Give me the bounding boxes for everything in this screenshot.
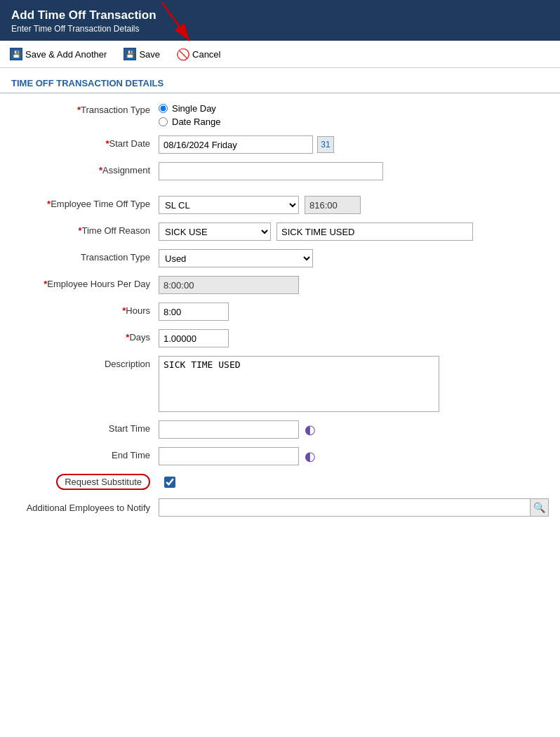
assignment-control bbox=[159, 162, 549, 180]
additional-employees-label: Additional Employees to Notify bbox=[11, 503, 159, 513]
page-title: Add Time Off Transaction bbox=[11, 8, 549, 22]
transaction-type-row: *Transaction Type Single Day Date Range bbox=[11, 102, 549, 127]
request-substitute-checkbox[interactable] bbox=[164, 477, 175, 488]
transaction-type-field-label: Transaction Type bbox=[11, 249, 159, 263]
hours-label: *Hours bbox=[11, 303, 159, 316]
save-add-another-button[interactable]: 💾 Save & Add Another bbox=[7, 46, 109, 62]
transaction-type-label: *Transaction Type bbox=[11, 102, 159, 115]
description-label: Description bbox=[11, 356, 159, 369]
calendar-icon[interactable]: 31 bbox=[317, 136, 334, 153]
request-substitute-label-wrap: Request Substitute bbox=[11, 474, 159, 490]
time-off-reason-label: *Time Off Reason bbox=[11, 223, 159, 236]
assignment-row: *Assignment bbox=[11, 162, 549, 180]
date-range-option[interactable]: Date Range bbox=[159, 117, 549, 127]
start-time-row: Start Time ◐ bbox=[11, 420, 549, 439]
save-add-icon: 💾 bbox=[10, 48, 22, 60]
additional-employees-control: 🔍 bbox=[159, 498, 549, 517]
section-title: TIME OFF TRANSACTION DETAILS bbox=[0, 68, 560, 93]
header: Add Time Off Transaction Enter Time Off … bbox=[0, 0, 560, 41]
sick-time-used-input[interactable]: SICK TIME USED bbox=[276, 223, 473, 241]
single-day-radio[interactable] bbox=[159, 104, 168, 113]
hours-control: 8:00 bbox=[159, 303, 549, 321]
end-time-control: ◐ bbox=[159, 447, 549, 465]
emp-hours-readonly: 8:00:00 bbox=[159, 276, 299, 294]
days-label: *Days bbox=[11, 329, 159, 343]
single-day-option[interactable]: Single Day bbox=[159, 103, 549, 114]
toolbar: 💾 Save & Add Another 💾 Save 🚫 Cancel bbox=[0, 41, 560, 68]
assignment-label: *Assignment bbox=[11, 162, 159, 175]
emp-hours-label: *Employee Hours Per Day bbox=[11, 276, 159, 289]
description-row: Description SICK TIME USED bbox=[11, 356, 549, 412]
time-off-reason-wrap: SICK USE SICK TIME USED bbox=[159, 223, 549, 241]
cancel-icon: 🚫 bbox=[177, 48, 189, 60]
start-time-wrap: ◐ bbox=[159, 420, 549, 439]
end-time-label: End Time bbox=[11, 447, 159, 460]
start-date-input[interactable]: 08/16/2024 Friday bbox=[159, 135, 313, 154]
transaction-type-control: Single Day Date Range bbox=[159, 102, 549, 127]
save-icon: 💾 bbox=[124, 48, 136, 60]
form-area: *Transaction Type Single Day Date Range … bbox=[0, 102, 560, 539]
hours-input[interactable]: 8:00 bbox=[159, 303, 229, 321]
employee-time-off-type-row: *Employee Time Off Type SL CL 816:00 bbox=[11, 196, 549, 214]
start-time-clock-icon[interactable]: ◐ bbox=[305, 422, 316, 437]
start-time-label: Start Time bbox=[11, 420, 159, 434]
additional-employees-row: Additional Employees to Notify 🔍 bbox=[11, 498, 549, 517]
start-date-control: 08/16/2024 Friday 31 bbox=[159, 135, 549, 154]
description-textarea[interactable]: SICK TIME USED bbox=[159, 356, 439, 412]
emp-hours-control: 8:00:00 bbox=[159, 276, 549, 294]
employee-time-off-type-select[interactable]: SL CL bbox=[159, 196, 299, 214]
request-substitute-row: Request Substitute bbox=[11, 474, 549, 490]
transaction-type-field-row: Transaction Type Used bbox=[11, 249, 549, 267]
time-off-reason-control: SICK USE SICK TIME USED bbox=[159, 223, 549, 241]
save-button[interactable]: 💾 Save bbox=[121, 46, 163, 62]
assignment-input[interactable] bbox=[159, 162, 383, 180]
start-date-label: *Start Date bbox=[11, 135, 159, 149]
start-date-row: *Start Date 08/16/2024 Friday 31 bbox=[11, 135, 549, 154]
transaction-type-field-select[interactable]: Used bbox=[159, 249, 313, 267]
transaction-type-field-control: Used bbox=[159, 249, 549, 267]
date-range-radio[interactable] bbox=[159, 117, 168, 126]
transaction-type-radio-group: Single Day Date Range bbox=[159, 102, 549, 127]
employee-time-off-type-label: *Employee Time Off Type bbox=[11, 196, 159, 209]
request-substitute-label: Request Substitute bbox=[56, 474, 150, 490]
end-time-input[interactable] bbox=[159, 447, 299, 465]
time-off-type-wrap: SL CL 816:00 bbox=[159, 196, 549, 214]
days-row: *Days 1.00000 bbox=[11, 329, 549, 347]
cancel-button[interactable]: 🚫 Cancel bbox=[174, 46, 223, 62]
end-time-wrap: ◐ bbox=[159, 447, 549, 465]
time-off-reason-row: *Time Off Reason SICK USE SICK TIME USED bbox=[11, 223, 549, 241]
date-input-wrap: 08/16/2024 Friday 31 bbox=[159, 135, 549, 154]
start-time-input[interactable] bbox=[159, 420, 299, 439]
start-time-control: ◐ bbox=[159, 420, 549, 439]
description-control: SICK TIME USED bbox=[159, 356, 549, 412]
balance-display: 816:00 bbox=[305, 196, 361, 214]
time-off-reason-select[interactable]: SICK USE bbox=[159, 223, 271, 241]
emp-hours-row: *Employee Hours Per Day 8:00:00 bbox=[11, 276, 549, 294]
additional-employees-search-icon[interactable]: 🔍 bbox=[531, 498, 549, 517]
end-time-row: End Time ◐ bbox=[11, 447, 549, 465]
end-time-clock-icon[interactable]: ◐ bbox=[305, 449, 316, 464]
days-input[interactable]: 1.00000 bbox=[159, 329, 229, 347]
page-subtitle: Enter Time Off Transaction Details bbox=[11, 24, 549, 34]
additional-employees-input[interactable] bbox=[159, 498, 531, 517]
days-control: 1.00000 bbox=[159, 329, 549, 347]
hours-row: *Hours 8:00 bbox=[11, 303, 549, 321]
employee-time-off-type-control: SL CL 816:00 bbox=[159, 196, 549, 214]
